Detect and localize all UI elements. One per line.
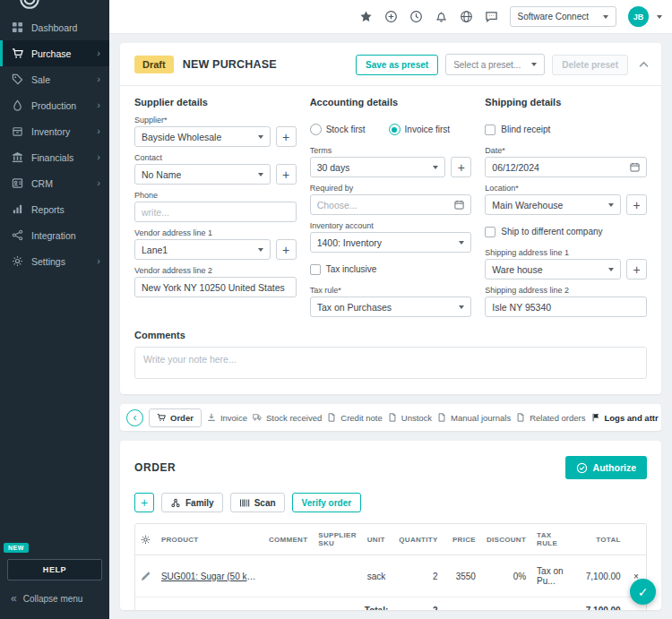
date-field: Date* 06/12/2024	[485, 146, 647, 177]
scan-button[interactable]: Scan	[230, 493, 285, 512]
add-shipping-address-button[interactable]: +	[626, 259, 647, 279]
sidebar-nav: Dashboard Purchase › Sale › Production ›…	[0, 14, 109, 274]
check-circle-icon	[576, 462, 588, 474]
supplier-details-heading: Supplier details	[134, 97, 297, 107]
blind-receipt-checkbox[interactable]: Blind receipt	[485, 119, 647, 140]
tab-logs-and-attachments[interactable]: Logs and attr	[591, 413, 659, 423]
date-datepicker[interactable]: 06/12/2024	[485, 157, 647, 177]
chevron-down-icon	[433, 166, 438, 169]
contact-select-value: No Name	[142, 169, 181, 180]
collapse-menu-button[interactable]: « Collapse menu	[7, 580, 102, 615]
avatar[interactable]: JB	[628, 6, 649, 27]
clock-icon[interactable]	[409, 10, 423, 23]
shipping-address1-select[interactable]: Ware house	[485, 259, 621, 279]
shipping-address2-label: Shipping address line 2	[485, 286, 647, 295]
family-button[interactable]: Family	[161, 493, 223, 512]
tab-order[interactable]: Order	[149, 408, 202, 427]
product-link[interactable]: SUG001: Sugar (50 kg sa...	[161, 572, 258, 581]
tab-related-orders[interactable]: Related orders	[516, 413, 585, 423]
vendor-address1-select[interactable]: Lane1	[134, 239, 271, 260]
sidebar-item-purchase[interactable]: Purchase ›	[0, 40, 109, 66]
document-icon	[516, 413, 525, 422]
table-settings-gear-icon[interactable]	[141, 535, 151, 545]
tab-credit-note[interactable]: Credit note	[327, 413, 382, 423]
phone-input[interactable]	[134, 202, 297, 222]
terms-label: Terms	[310, 146, 472, 155]
plus-circle-icon[interactable]	[384, 10, 398, 23]
accounting-details-heading: Accounting details	[310, 97, 472, 107]
tabs-scroll-left-button[interactable]: ‹	[126, 409, 143, 426]
stock-first-radio[interactable]: Stock first	[310, 124, 366, 135]
chat-icon[interactable]	[485, 10, 498, 23]
tab-manual-journals[interactable]: Manual journals	[437, 413, 511, 423]
shipping-address2-input[interactable]	[485, 297, 647, 317]
col-header-supplier-sku: SUPPLIER SKU	[313, 524, 361, 555]
workspace-select[interactable]: Software Connect	[510, 6, 617, 27]
sidebar-item-label: Dashboard	[31, 22, 77, 33]
tax-rule-select[interactable]: Tax on Purchases	[310, 297, 472, 317]
edit-row-pencil-icon[interactable]	[141, 572, 151, 581]
reports-chart-icon	[12, 203, 23, 215]
add-location-button[interactable]: +	[626, 194, 647, 215]
sidebar-item-dashboard[interactable]: Dashboard	[0, 14, 109, 40]
tax-inclusive-checkbox[interactable]: Tax inclusive	[310, 259, 472, 279]
confirm-fab-button[interactable]: ✓	[630, 579, 656, 605]
help-button[interactable]: HELP	[7, 559, 102, 580]
required-by-datepicker[interactable]: Choose...	[310, 194, 472, 215]
comments-textarea[interactable]	[134, 347, 647, 379]
star-icon[interactable]	[359, 10, 373, 23]
globe-icon[interactable]	[460, 10, 473, 23]
order-card: ORDER Authorize + Family Scan Verify ord…	[120, 441, 661, 610]
order-toolbar: + Family Scan Verify order	[134, 493, 647, 512]
add-line-button[interactable]: +	[134, 493, 154, 512]
sidebar-item-label: Integration	[31, 230, 76, 241]
checkbox-icon	[310, 264, 321, 275]
tab-unstock[interactable]: Unstock	[388, 413, 432, 423]
sidebar-item-settings[interactable]: Settings ›	[0, 248, 109, 274]
preset-select[interactable]: Select a preset...	[445, 54, 545, 75]
barcode-icon	[239, 498, 250, 508]
sidebar-item-financials[interactable]: Financials ›	[0, 144, 109, 170]
sidebar-item-label: Purchase	[31, 48, 71, 59]
add-supplier-button[interactable]: +	[276, 126, 297, 147]
collapse-panel-chevron-icon[interactable]	[639, 61, 649, 68]
authorize-button[interactable]: Authorize	[565, 456, 647, 479]
checkbox-icon	[485, 227, 495, 237]
add-vendor-address-button[interactable]: +	[276, 239, 297, 260]
vendor-address2-field: Vendor address line 2	[134, 266, 297, 297]
verify-order-button[interactable]: Verify order	[292, 493, 362, 512]
inventory-account-select[interactable]: 1400: Inventory	[310, 232, 472, 253]
vendor-address1-value: Lane1	[142, 245, 168, 255]
tab-invoice[interactable]: Invoice	[207, 413, 247, 423]
sidebar-item-production[interactable]: Production ›	[0, 92, 109, 118]
vendor-address2-input[interactable]	[134, 277, 297, 297]
ship-to-different-checkbox[interactable]: Ship to different company	[485, 221, 647, 242]
supplier-select[interactable]: Bayside Wholesale	[134, 126, 271, 147]
add-terms-button[interactable]: +	[451, 157, 471, 177]
radio-circle-icon	[310, 124, 322, 135]
tab-label: Invoice	[220, 413, 247, 423]
save-preset-button[interactable]: Save as preset	[356, 55, 438, 75]
document-tabbar: ‹ Order Invoice Stock received Credit no…	[120, 404, 661, 431]
sidebar-item-crm[interactable]: CRM ›	[0, 170, 109, 196]
sidebar-item-sale[interactable]: Sale ›	[0, 66, 109, 92]
required-by-label: Required by	[310, 184, 472, 193]
location-select[interactable]: Main Warehouse	[485, 194, 621, 215]
bell-icon[interactable]	[435, 10, 448, 23]
truck-icon	[253, 413, 262, 422]
invoice-first-radio[interactable]: Invoice first	[389, 124, 451, 135]
chevron-down-icon[interactable]	[657, 15, 662, 19]
sidebar-item-inventory[interactable]: Inventory ›	[0, 118, 109, 144]
terms-select[interactable]: 30 days	[310, 157, 446, 177]
stock-first-label: Stock first	[326, 125, 366, 134]
tab-stock-received[interactable]: Stock received	[253, 413, 322, 423]
contact-select[interactable]: No Name	[134, 164, 271, 185]
order-items-table: PRODUCT COMMENT SUPPLIER SKU UNIT QUANTI…	[134, 523, 647, 610]
sidebar-item-integration[interactable]: Integration	[0, 222, 109, 248]
shipping-address1-field: Shipping address line 1 Ware house +	[485, 248, 647, 279]
sidebar-item-reports[interactable]: Reports	[0, 196, 109, 222]
chevron-right-icon: ›	[97, 126, 100, 136]
preset-select-value: Select a preset...	[453, 60, 521, 70]
add-contact-button[interactable]: +	[276, 164, 297, 185]
delete-preset-button[interactable]: Delete preset	[552, 55, 628, 75]
